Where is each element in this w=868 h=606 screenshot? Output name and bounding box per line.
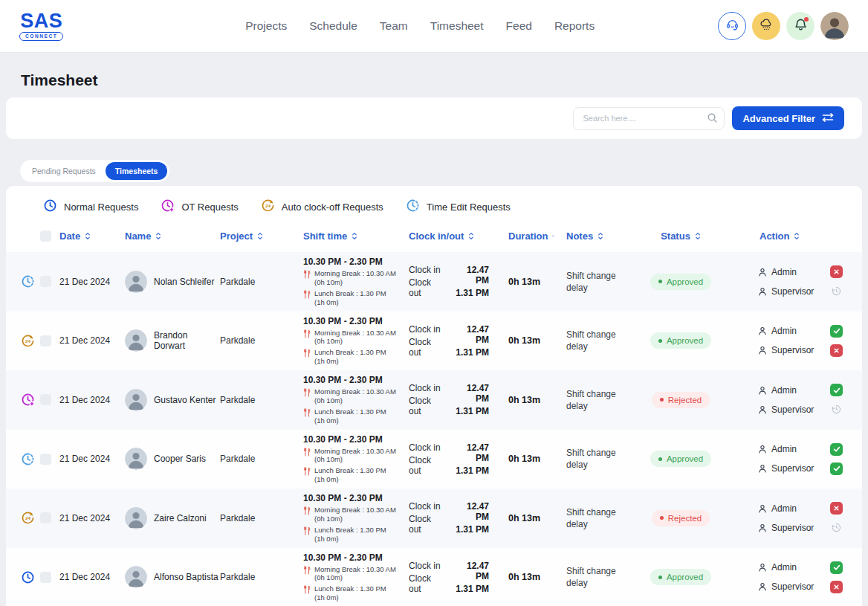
row-checkbox[interactable]	[40, 394, 51, 405]
top-navbar: SAS CONNECT Projects Schedule Team Times…	[0, 0, 868, 53]
admin-approved-badge[interactable]	[830, 384, 843, 396]
clock-in-value: 12.47 PM	[453, 561, 489, 581]
sliders-icon	[822, 112, 834, 125]
legend-auto-clock-off-requests: 24 Auto clock-off Requests	[261, 199, 383, 215]
lunch-break: Lunch Break : 1.30 PM (1h 0m)	[303, 526, 409, 544]
cloud-weather-icon	[759, 17, 774, 35]
nav-item-team[interactable]: Team	[380, 19, 408, 33]
supervisor-rejected-badge[interactable]	[830, 344, 843, 357]
supervisor-approval-row: Supervisor	[758, 403, 847, 416]
clock-in-out-cell: Clock in Clock out 12.47 PM 1.31 PM	[409, 383, 496, 416]
sort-icon	[695, 232, 701, 240]
shift-time-cell: 10.30 PM - 2.30 PM Morning Break : 10.30…	[303, 375, 409, 425]
row-checkbox[interactable]	[40, 335, 51, 346]
supervisor-pending-badge[interactable]	[830, 403, 843, 416]
search-filter-card: Advanced Filter	[6, 97, 862, 139]
date-cell: 21 Dec 2024	[59, 335, 125, 346]
supervisor-approved-badge[interactable]	[830, 462, 843, 475]
row-checkbox[interactable]	[40, 276, 51, 287]
column-header-duration[interactable]: Duration	[496, 231, 554, 242]
supervisor-pending-badge[interactable]	[830, 285, 843, 297]
row-checkbox[interactable]	[40, 512, 51, 523]
supervisor-approval-row: Supervisor	[758, 462, 847, 475]
admin-approved-badge[interactable]	[830, 561, 843, 574]
clock-out-value: 1.31 PM	[453, 288, 489, 298]
column-header-action[interactable]: Action	[728, 231, 847, 242]
svg-text:24: 24	[25, 515, 30, 520]
project-cell: Parkdale	[220, 513, 303, 523]
table-body: 21 Dec 2024 Nolan Schleifer Parkdale 10.…	[6, 252, 862, 606]
profile-avatar[interactable]	[820, 12, 849, 40]
nav-item-feed[interactable]: Feed	[506, 19, 532, 33]
ot-request-icon	[161, 199, 175, 215]
admin-rejected-badge[interactable]	[830, 265, 843, 278]
person-icon	[758, 346, 767, 355]
admin-rejected-badge[interactable]	[830, 502, 843, 515]
select-all-checkbox[interactable]	[40, 231, 51, 242]
search-input[interactable]	[573, 107, 725, 130]
row-checkbox[interactable]	[40, 454, 51, 465]
employee-name: Brandon Dorwart	[154, 330, 220, 351]
status-badge: Approved	[650, 332, 711, 349]
morning-break: Morning Break : 10.30 AM (0h 10m)	[303, 387, 409, 405]
clock-in-value: 12.47 PM	[453, 442, 489, 463]
meal-break-icon	[303, 290, 311, 299]
normal-request-icon	[43, 199, 57, 215]
weather-button[interactable]	[752, 12, 780, 40]
support-button[interactable]	[718, 12, 746, 40]
shift-time-cell: 10.30 PM - 2.30 PM Morning Break : 10.30…	[303, 316, 409, 367]
notifications-button[interactable]	[786, 12, 814, 40]
sort-icon	[85, 232, 91, 240]
supervisor-pending-badge[interactable]	[830, 521, 843, 534]
column-header-clock-in-out[interactable]: Clock in/out	[409, 231, 496, 242]
column-header-notes[interactable]: Notes	[554, 231, 633, 242]
name-cell: Zaire Calzoni	[125, 507, 220, 529]
admin-approved-badge[interactable]	[830, 443, 843, 456]
person-icon	[758, 582, 767, 591]
clock-out-label: Clock out	[409, 277, 444, 298]
avatar	[125, 448, 147, 470]
advanced-filter-button[interactable]: Advanced Filter	[732, 106, 844, 130]
clock-in-out-cell: Clock in Clock out 12.47 PM 1.31 PM	[409, 561, 496, 594]
morning-break: Morning Break : 10.30 AM (0h 10m)	[303, 269, 409, 287]
employee-name: Zaire Calzoni	[154, 513, 207, 523]
table-row: 24 21 Dec 2024 Brandon Dorwart Parkdale …	[6, 312, 862, 371]
tab-timesheets[interactable]: Timesheets	[106, 162, 168, 180]
admin-approved-badge[interactable]	[830, 325, 843, 338]
nav-item-schedule[interactable]: Schedule	[309, 19, 357, 33]
column-header-status[interactable]: Status	[633, 231, 728, 242]
employee-name: Cooper Saris	[154, 454, 206, 464]
brand-logo[interactable]: SAS CONNECT	[19, 11, 63, 41]
clock-out-label: Clock out	[409, 455, 444, 476]
employee-name: Gustavo Kenter	[154, 395, 216, 405]
column-header-name[interactable]: Name	[125, 231, 220, 242]
clock-in-out-cell: Clock in Clock out 12.47 PM 1.31 PM	[409, 265, 496, 298]
admin-approval-row: Admin	[758, 561, 847, 574]
action-cell: Admin Supervisor	[728, 265, 847, 297]
sort-icon	[794, 232, 800, 240]
name-cell: Alfonso Baptista	[125, 566, 220, 588]
column-header-project[interactable]: Project	[220, 231, 303, 242]
request-type-legend: Normal Requests OT Requests 24 Auto clo	[6, 186, 862, 225]
nav-item-projects[interactable]: Projects	[245, 19, 287, 33]
sort-icon	[155, 232, 161, 240]
notes-cell: Shift change delay	[554, 506, 632, 530]
clock-out-label: Clock out	[409, 396, 444, 416]
clock-in-value: 12.47 PM	[453, 501, 489, 522]
row-checkbox[interactable]	[40, 572, 51, 583]
column-header-shift-time[interactable]: Shift time	[303, 231, 409, 242]
date-cell: 21 Dec 2024	[59, 454, 125, 464]
table-header-row: Date Name Project Shift time Clock in/ou…	[6, 225, 862, 252]
supervisor-rejected-badge[interactable]	[830, 581, 843, 593]
meal-break-icon	[303, 270, 311, 279]
date-cell: 21 Dec 2024	[59, 277, 125, 287]
tab-pending-requests[interactable]: Pending Requests	[22, 162, 106, 180]
employee-name: Alfonso Baptista	[154, 572, 218, 582]
table-row: 21 Dec 2024 Gustavo Kenter Parkdale 10.3…	[6, 370, 862, 430]
date-cell: 21 Dec 2024	[59, 513, 125, 523]
nav-item-timesheet[interactable]: Timesheet	[430, 19, 484, 33]
column-header-date[interactable]: Date	[59, 231, 125, 242]
lunch-break: Lunch Break : 1.30 PM (1h 0m)	[303, 407, 409, 425]
clock-out-value: 1.31 PM	[453, 406, 489, 416]
nav-item-reports[interactable]: Reports	[554, 19, 595, 33]
